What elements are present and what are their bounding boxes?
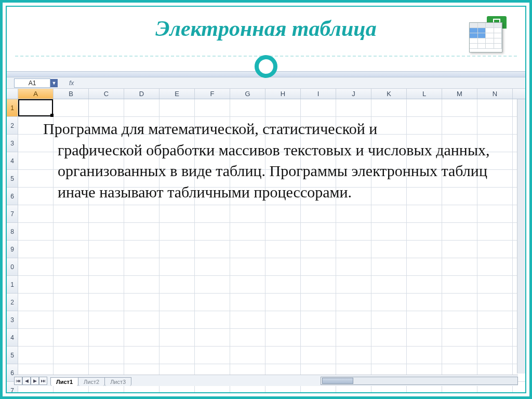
tab-nav-last-icon[interactable]: ⏭: [39, 377, 47, 385]
slide-body-text: Программа для математической, статистиче…: [43, 118, 504, 203]
column-header[interactable]: C: [89, 89, 124, 99]
column-header[interactable]: E: [159, 89, 195, 99]
row-header[interactable]: 1: [7, 276, 18, 294]
name-box[interactable]: A1: [14, 78, 50, 88]
column-header[interactable]: H: [265, 89, 301, 99]
sheet-tab[interactable]: Лист3: [104, 377, 131, 386]
row-header[interactable]: 9: [7, 241, 18, 258]
row-header[interactable]: 7: [7, 205, 18, 223]
row-header[interactable]: 3: [7, 311, 18, 329]
sheet-tab[interactable]: Лист2: [78, 377, 105, 386]
row-header[interactable]: 2: [7, 294, 18, 311]
spreadsheet-app-icon: [469, 16, 507, 54]
row-header[interactable]: 4: [7, 152, 18, 170]
row-headers: 12345678901234567: [7, 99, 18, 393]
column-header[interactable]: I: [301, 89, 336, 99]
column-header[interactable]: J: [336, 89, 371, 99]
selected-cell[interactable]: [18, 99, 53, 116]
row-header[interactable]: 5: [7, 347, 18, 364]
column-header[interactable]: G: [230, 89, 265, 99]
column-header[interactable]: D: [124, 89, 159, 99]
row-header[interactable]: 3: [7, 135, 18, 152]
column-headers: ABCDEFGHIJKLMN: [7, 89, 525, 99]
column-header[interactable]: L: [407, 89, 442, 99]
sheet-tab[interactable]: Лист1: [50, 377, 78, 386]
row-header[interactable]: 1: [7, 99, 18, 117]
body-rest: графической обработки массивов текстовых…: [43, 140, 504, 203]
body-line-first: Программа для математической, статистиче…: [43, 120, 377, 137]
row-header[interactable]: 0: [7, 258, 18, 276]
column-header[interactable]: B: [54, 89, 89, 99]
sheet-tabs-bar: ⏮ ◀ ▶ ⏭ Лист1Лист2Лист3: [14, 375, 518, 386]
circle-accent-icon: [255, 55, 277, 78]
fx-label[interactable]: fx: [69, 79, 74, 87]
row-header[interactable]: 2: [7, 117, 18, 135]
horizontal-scrollbar[interactable]: [321, 377, 518, 385]
tab-nav-next-icon[interactable]: ▶: [31, 377, 39, 385]
row-header[interactable]: 8: [7, 223, 18, 241]
row-header[interactable]: 4: [7, 329, 18, 347]
vertical-scrollbar[interactable]: [517, 99, 525, 374]
tab-nav[interactable]: ⏮ ◀ ▶ ⏭: [14, 377, 47, 385]
formula-bar: A1 ▼ fx: [7, 77, 525, 89]
column-header[interactable]: K: [371, 89, 407, 99]
column-header[interactable]: M: [442, 89, 477, 99]
tab-nav-prev-icon[interactable]: ◀: [22, 377, 31, 385]
row-header[interactable]: 6: [7, 188, 18, 205]
select-all-corner[interactable]: [7, 89, 18, 99]
column-header[interactable]: A: [18, 89, 54, 99]
row-header[interactable]: 5: [7, 170, 18, 188]
name-box-dropdown-icon[interactable]: ▼: [50, 79, 58, 87]
tab-nav-first-icon[interactable]: ⏮: [14, 377, 22, 385]
column-header[interactable]: F: [195, 89, 230, 99]
slide-title: Электронная таблица: [7, 16, 525, 41]
column-header[interactable]: N: [477, 89, 513, 99]
